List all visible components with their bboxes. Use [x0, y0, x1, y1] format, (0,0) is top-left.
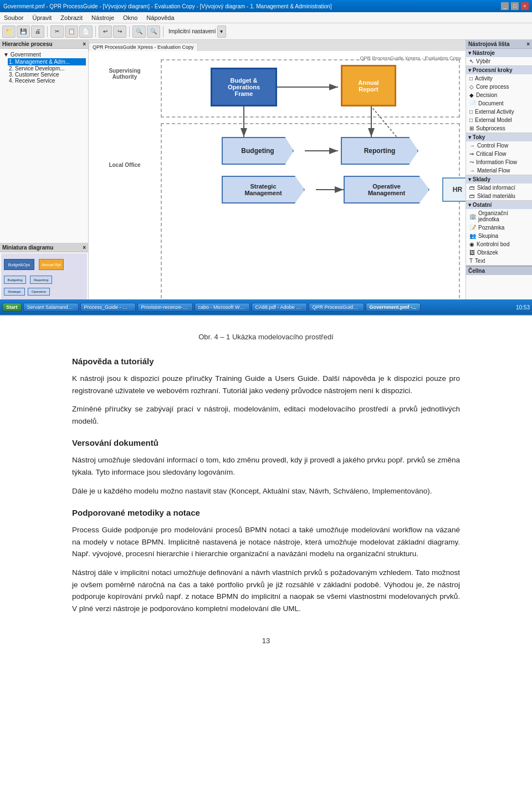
- tool-org[interactable]: 🏢 Organizační jednotka: [466, 209, 532, 223]
- taskbar-item-6[interactable]: QPR ProcessGuide Xp...: [309, 303, 364, 312]
- tool-subprocess[interactable]: ⊞ Subprocess: [466, 124, 532, 133]
- menu-okno[interactable]: Okno: [121, 14, 139, 21]
- tool-decision[interactable]: ◆ Decision: [466, 91, 532, 99]
- taskbar-item-2[interactable]: Process_Guide - Micr...: [80, 303, 136, 312]
- tool-external-model[interactable]: □ External Model: [466, 116, 532, 124]
- menu-napoveda[interactable]: Nápověda: [145, 14, 176, 21]
- taskbar-item-4[interactable]: cabo - Microsoft Word: [195, 303, 250, 312]
- section-versovani: Versování dokumentů Nástroj umožňuje sle…: [72, 438, 460, 497]
- screenshot-area: Government.pmf - QPR ProcessGuide - [Výv…: [0, 0, 532, 316]
- right-section-procesni-header[interactable]: ▾ Procesní kroky: [466, 66, 532, 74]
- toolbar-btn-zoom-in[interactable]: 🔍: [132, 26, 146, 38]
- right-panel-close[interactable]: ×: [526, 41, 530, 47]
- toolbar-btn-6[interactable]: 📄: [79, 26, 93, 38]
- tree-item-2[interactable]: 2. Service Developm...: [2, 65, 86, 72]
- tool-sklad-info[interactable]: 🗃 Sklad informací: [466, 184, 532, 192]
- tool-material[interactable]: → Material Flow: [466, 166, 532, 175]
- box-hr[interactable]: HR: [442, 177, 466, 202]
- section-napoveda: Nápověda a tutoriály K nástroji jsou k d…: [72, 357, 460, 427]
- toolbar-btn-7[interactable]: ↩: [99, 26, 112, 38]
- diagram-tab-main[interactable]: QPR ProcessGuide Xpress - Evaluation Cop…: [89, 43, 198, 51]
- toolbar-btn-2[interactable]: 💾: [17, 26, 30, 38]
- right-panel-header: Nástrojová lišta ×: [466, 40, 532, 49]
- toolbar-btn-8[interactable]: ↪: [113, 26, 126, 38]
- toolbar-btn-3[interactable]: 🖨: [31, 26, 44, 38]
- tool-document[interactable]: 📄 Document: [466, 99, 532, 108]
- tool-skupina[interactable]: 👥 Skupina: [466, 232, 532, 240]
- box-operative[interactable]: OperativeManagement: [344, 176, 429, 203]
- box-reporting[interactable]: Reporting: [341, 137, 418, 165]
- menu-soubor[interactable]: Soubor: [2, 14, 25, 21]
- box-budgeting[interactable]: Budgeting: [222, 137, 294, 165]
- figure-caption: Obr. 4 – 1 Ukázka modelovacího prostředí: [72, 333, 460, 341]
- toolbar-btn-5[interactable]: 📋: [65, 26, 78, 38]
- tool-sklad-mat[interactable]: 🗃 Sklad materiálu: [466, 192, 532, 200]
- right-section-ostatni: ▾ Ostatní 🏢 Organizační jednotka 📝 Pozná…: [466, 201, 532, 266]
- taskbar-item-5[interactable]: CA88.pdf - Adobe Re...: [252, 303, 307, 312]
- section-metodiky: Podporované metodiky a notace Process Gu…: [72, 508, 460, 614]
- box-annual[interactable]: AnnualReport: [341, 65, 396, 106]
- tool-poznamka[interactable]: 📝 Poznámka: [466, 223, 532, 232]
- right-section-ostatni-header[interactable]: ▾ Ostatní: [466, 201, 532, 209]
- right-section-sklady: ▾ Sklady 🗃 Sklad informací 🗃 Sklad mater…: [466, 175, 532, 201]
- section-napoveda-para-1: K nástroji jsou k dispozici pouze příruč…: [72, 373, 460, 396]
- tree-root[interactable]: ▼ Government: [2, 51, 86, 58]
- hierarchy-panel-close[interactable]: ×: [83, 41, 86, 47]
- main-layout: Hierarchie procesu × ▼ Government 1. Man…: [0, 40, 532, 315]
- toolbar-btn-1[interactable]: 📁: [2, 26, 16, 38]
- right-section-nastroje-header[interactable]: ▾ Nástroje: [466, 49, 532, 57]
- toolbar-sep-4: [163, 26, 163, 37]
- mini-box-annual: Annual Rpt: [39, 259, 64, 270]
- minimize-btn[interactable]: _: [501, 2, 509, 10]
- left-panel: Hierarchie procesu × ▼ Government 1. Man…: [0, 40, 89, 315]
- taskbar-item-1[interactable]: Servant Salamander ...: [23, 303, 79, 312]
- box-strategic[interactable]: StrategicManagement: [222, 176, 305, 203]
- diagram-tabs: QPR ProcessGuide Xpress - Evaluation Cop…: [89, 40, 466, 51]
- close-btn[interactable]: ×: [521, 2, 529, 10]
- document-content: Obr. 4 – 1 Ukázka modelovacího prostředí…: [39, 316, 493, 678]
- section-versovani-para-1: Nástroj umožňuje sledování informací o t…: [72, 454, 460, 478]
- mini-diagram-close[interactable]: ×: [83, 245, 86, 251]
- tool-external-activity[interactable]: □ External Activity: [466, 108, 532, 116]
- taskbar-clock: 10:53: [516, 304, 530, 311]
- toolbar-btn-zoom-out[interactable]: 🔍: [147, 26, 160, 38]
- diagram-content[interactable]: QPR ProcessGuide Xpress - Evaluation Cop…: [89, 51, 466, 315]
- tool-activity[interactable]: □ Activity: [466, 74, 532, 83]
- maximize-btn[interactable]: □: [511, 2, 519, 10]
- section-versovani-para-2: Dále je u každého modelu možno nastavit …: [72, 485, 460, 497]
- menu-nastroje[interactable]: Nástroje: [90, 14, 116, 21]
- right-section-toky-header[interactable]: ▾ Toky: [466, 133, 532, 141]
- taskbar-item-7[interactable]: Government.pmf -...: [366, 303, 421, 312]
- box-budget[interactable]: Budget &OperationsFrame: [211, 68, 277, 106]
- menu-zobrazit[interactable]: Zobrazit: [59, 14, 84, 21]
- tool-information[interactable]: ⤳ Information Flow: [466, 158, 532, 166]
- tree-item-4[interactable]: 4. Receive Service: [2, 78, 86, 84]
- tool-control[interactable]: → Control Flow: [466, 141, 532, 150]
- tool-core[interactable]: ◇ Core process: [466, 83, 532, 91]
- tool-obrazek[interactable]: 🖼 Obrázek: [466, 248, 532, 257]
- toolbar-sep-2: [95, 26, 96, 37]
- tree-item-3[interactable]: 3. Customer Service: [2, 72, 86, 78]
- hierarchy-panel-header: Hierarchie procesu ×: [0, 40, 88, 49]
- right-section-nastroje: ▾ Nástroje ↖ Výběr: [466, 49, 532, 66]
- mini-box-strategic: Strategic: [4, 288, 25, 296]
- toolbar-dropdown[interactable]: ▾: [217, 26, 226, 38]
- taskbar-item-3[interactable]: Provision-recenze-v1...: [137, 303, 193, 312]
- menu-upravit[interactable]: Úpravit: [30, 14, 53, 21]
- diagram-area: QPR ProcessGuide Xpress - Evaluation Cop…: [89, 40, 466, 315]
- implicit-label: Implicitní nastavení: [168, 28, 216, 34]
- tool-critical[interactable]: ⇒ Critical Flow: [466, 150, 532, 158]
- toolbar-btn-4[interactable]: ✂: [50, 26, 64, 38]
- hierarchy-tree: ▼ Government 1. Management & Adm... 2. S…: [0, 49, 88, 243]
- menu-bar: Soubor Úpravit Zobrazit Nástroje Okno Ná…: [0, 12, 532, 23]
- right-section-cellna-header: Čellna: [466, 266, 532, 275]
- tool-kontrolni[interactable]: ◉ Kontrolní bod: [466, 240, 532, 248]
- mini-diagram-header: Miniatura diagramu ×: [0, 243, 88, 252]
- tool-text[interactable]: T Text: [466, 257, 532, 265]
- mini-box-budget: Budget&Ops: [4, 259, 34, 270]
- tool-vybr[interactable]: ↖ Výběr: [466, 57, 532, 65]
- taskbar-start[interactable]: Start: [2, 303, 22, 312]
- right-section-sklady-header[interactable]: ▾ Sklady: [466, 175, 532, 184]
- tree-item-1[interactable]: 1. Management & Adm...: [8, 58, 86, 65]
- lane-label-local: Local Office: [91, 162, 158, 168]
